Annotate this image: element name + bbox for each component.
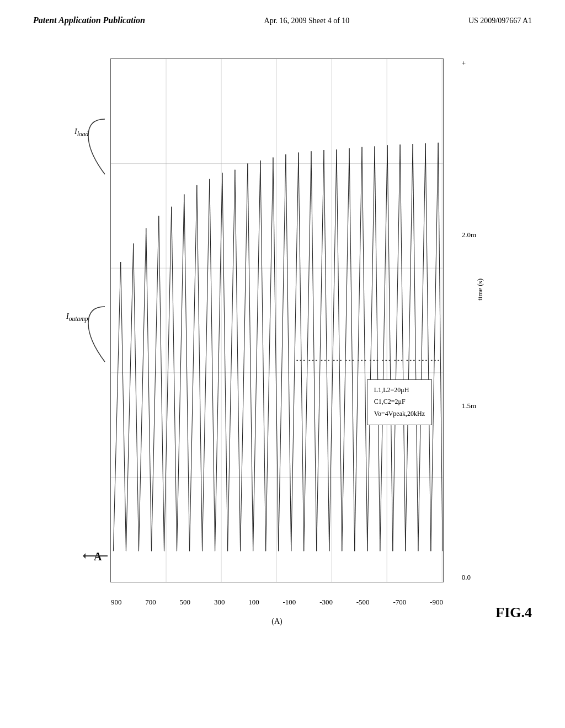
- x-n700: -700: [393, 598, 406, 607]
- x-n100: -100: [282, 598, 296, 607]
- graph-wrapper: + 2.0m 1.5m 0.0 time (s) L1,L2=20μH C1,C…: [110, 58, 444, 582]
- header: Patent Application Publication Apr. 16, …: [0, 0, 565, 31]
- legend-box: L1,L2=20μH C1,C2=2μF Vo=4Vpeak,20kHz: [367, 379, 432, 425]
- publication-date-sheet: Apr. 16, 2009 Sheet 4 of 10: [264, 17, 350, 25]
- x-900: 900: [111, 598, 122, 607]
- a-arrow-icon: [83, 548, 110, 564]
- x-100: 100: [248, 598, 259, 607]
- x-axis-labels: 900 700 500 300 100 -100 -300 -500 -700 …: [111, 598, 443, 607]
- i-load-bracket: [77, 114, 110, 180]
- y-axis-right: + 2.0m 1.5m 0.0: [462, 59, 476, 582]
- x-500: 500: [180, 598, 191, 607]
- publication-title: Patent Application Publication: [33, 15, 145, 25]
- chart-area: + 2.0m 1.5m 0.0 time (s) L1,L2=20μH C1,C…: [44, 42, 532, 665]
- x-700: 700: [145, 598, 156, 607]
- y-value-bottom: 0.0: [462, 573, 471, 582]
- y-value-mid: 1.5m: [462, 402, 476, 410]
- x-n500: -500: [356, 598, 370, 607]
- x-300: 300: [214, 598, 225, 607]
- i-outamp-bracket: [77, 301, 110, 367]
- page: Patent Application Publication Apr. 16, …: [0, 0, 565, 728]
- y-plus-arrow: +: [462, 59, 466, 68]
- svg-marker-76: [83, 553, 86, 559]
- publication-number: US 2009/097667 A1: [468, 17, 532, 25]
- x-n900: -900: [430, 598, 443, 607]
- figure-label: FIG.4: [495, 604, 532, 621]
- waveform-graph: [111, 59, 443, 582]
- time-axis-label: time (s): [476, 279, 484, 301]
- legend-line3: Vo=4Vpeak,20kHz: [374, 408, 425, 420]
- legend-line2: C1,C2=2μF: [374, 396, 425, 408]
- legend-line1: L1,L2=20μH: [374, 384, 425, 397]
- x-n300: -300: [319, 598, 333, 607]
- y-value-top: 2.0m: [462, 231, 476, 239]
- x-unit-label: (A): [271, 617, 282, 626]
